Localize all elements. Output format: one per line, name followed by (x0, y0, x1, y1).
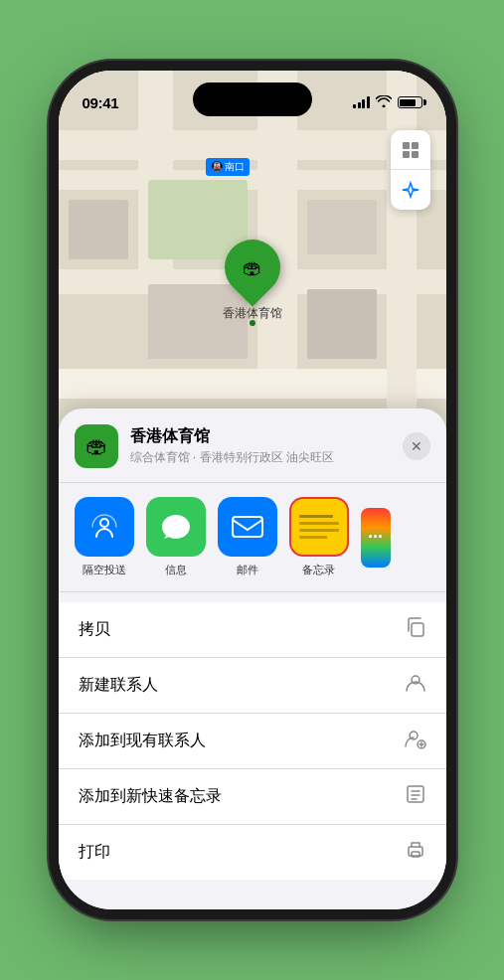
mail-icon (218, 497, 277, 557)
svg-rect-5 (233, 517, 262, 537)
status-icons (353, 95, 422, 110)
location-header: 🏟 香港体育馆 综合体育馆 · 香港特别行政区 油尖旺区 ✕ (59, 424, 446, 483)
svg-rect-1 (412, 142, 419, 149)
share-more[interactable]: ··· (361, 508, 391, 568)
pin-dot (250, 320, 255, 326)
add-contact-label: 添加到现有联系人 (79, 731, 206, 751)
svg-rect-2 (403, 151, 410, 158)
svg-rect-12 (412, 852, 420, 857)
print-label: 打印 (79, 842, 110, 863)
pin-inner: 🏟 (231, 245, 274, 289)
map-type-button[interactable] (391, 130, 430, 170)
map-controls[interactable] (391, 130, 430, 210)
airdrop-label: 隔空投送 (83, 563, 126, 577)
mail-label: 邮件 (237, 563, 258, 577)
copy-label: 拷贝 (79, 619, 110, 640)
close-icon: ✕ (411, 438, 422, 454)
svg-rect-3 (412, 151, 419, 158)
dynamic-island (193, 82, 312, 116)
svg-rect-6 (412, 623, 423, 636)
share-mail[interactable]: 邮件 (218, 497, 277, 577)
location-info: 香港体育馆 综合体育馆 · 香港特别行政区 油尖旺区 (130, 426, 395, 466)
share-notes[interactable]: 备忘录 (289, 497, 349, 577)
more-icon: ··· (361, 508, 391, 568)
close-button[interactable]: ✕ (403, 432, 430, 460)
action-copy[interactable]: 拷贝 (59, 602, 446, 658)
messages-icon (146, 497, 206, 557)
quick-note-label: 添加到新快速备忘录 (79, 786, 222, 807)
action-quick-note[interactable]: 添加到新快速备忘录 (59, 769, 446, 825)
pin-circle: 🏟 (213, 228, 291, 306)
new-contact-label: 新建联系人 (79, 675, 158, 696)
share-airdrop[interactable]: 隔空投送 (75, 497, 134, 577)
location-icon-emoji: 🏟 (85, 433, 107, 459)
copy-icon (405, 616, 426, 643)
stadium-emoji: 🏟 (243, 256, 262, 279)
battery-icon (398, 96, 422, 108)
bottom-sheet: 🏟 香港体育馆 综合体育馆 · 香港特别行政区 油尖旺区 ✕ (59, 408, 446, 909)
add-contact-icon (405, 728, 426, 754)
stadium-pin[interactable]: 🏟 香港体育馆 (223, 240, 282, 322)
location-button[interactable] (391, 170, 430, 210)
notes-label: 备忘录 (302, 563, 335, 577)
location-desc: 综合体育馆 · 香港特别行政区 油尖旺区 (130, 449, 395, 466)
phone-frame: 09:41 (59, 71, 446, 909)
metro-label: 🚇 南口 (206, 158, 251, 176)
action-add-contact[interactable]: 添加到现有联系人 (59, 714, 446, 769)
quick-note-icon (405, 783, 426, 810)
action-new-contact[interactable]: 新建联系人 (59, 658, 446, 714)
svg-rect-0 (403, 142, 410, 149)
messages-label: 信息 (165, 563, 187, 577)
location-name: 香港体育馆 (130, 426, 395, 447)
airdrop-icon (75, 497, 134, 557)
location-icon: 🏟 (75, 424, 118, 468)
wifi-icon (376, 95, 392, 110)
print-icon (405, 839, 426, 866)
status-time: 09:41 (83, 94, 119, 111)
svg-point-4 (100, 519, 108, 527)
metro-icon: 🚇 (211, 161, 223, 172)
signal-bars-icon (353, 96, 370, 108)
action-print[interactable]: 打印 (59, 825, 446, 880)
share-messages[interactable]: 信息 (146, 497, 206, 577)
action-list: 拷贝 新建联系人 添加到现有联系人 (59, 602, 446, 880)
new-contact-icon (405, 672, 426, 699)
notes-icon (289, 497, 349, 557)
share-row: 隔空投送 信息 邮件 (59, 483, 446, 592)
